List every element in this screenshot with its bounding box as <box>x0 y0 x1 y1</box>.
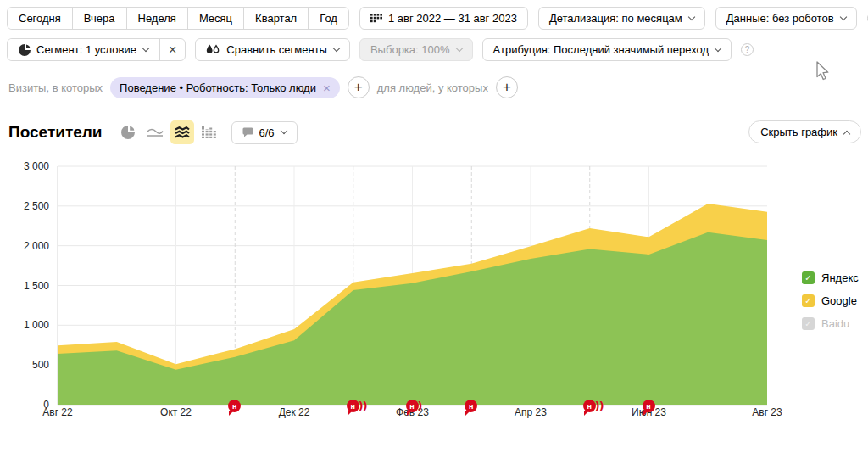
add-visit-condition-button[interactable]: + <box>348 76 370 98</box>
tab-year[interactable]: Год <box>308 8 348 29</box>
svg-text:3 000: 3 000 <box>24 160 49 172</box>
checkbox-checked-icon[interactable]: ✓ <box>802 294 815 307</box>
legend-item-yandex[interactable]: ✓ Яндекс <box>802 266 859 289</box>
svg-text:2 000: 2 000 <box>24 240 49 252</box>
hide-chart-button[interactable]: Скрыть график <box>748 120 861 143</box>
tab-today[interactable]: Сегодня <box>8 8 72 29</box>
comments-count: 6/6 <box>259 126 275 139</box>
legend-label: Google <box>821 294 857 307</box>
comment-stack-arc-icon: ) <box>599 400 604 412</box>
pie-segment-icon <box>19 44 31 56</box>
chevron-down-icon <box>142 44 149 51</box>
compare-segments-button[interactable]: Сравнить сегменты <box>195 38 350 61</box>
segment-clear-button[interactable]: × <box>159 39 185 60</box>
comment-marker[interactable]: н <box>643 400 655 412</box>
checkbox-checked-icon[interactable]: ✓ <box>802 317 815 330</box>
visitors-stacked-area-chart[interactable]: 05001 0001 5002 0002 5003 000Авг 22Окт 2… <box>0 160 797 424</box>
tab-yesterday[interactable]: Вчера <box>72 8 126 29</box>
segment-toolbar: Сегмент: 1 условие × Сравнить сегменты В… <box>7 38 754 61</box>
chevron-down-icon <box>688 13 695 20</box>
chart-type-line-icon[interactable] <box>143 120 167 144</box>
comment-bubble-icon[interactable]: н <box>465 400 477 412</box>
filter-tag-label: Поведение • Роботность: Только люди <box>120 81 316 94</box>
comment-stack-arc-icon: ) <box>363 400 368 412</box>
chevron-down-icon <box>280 127 287 134</box>
segment-group: Сегмент: 1 условие × <box>7 38 186 61</box>
mouse-cursor <box>814 61 831 81</box>
chart-type-area-icon[interactable] <box>170 120 194 144</box>
svg-text:Авг 22: Авг 22 <box>42 406 73 418</box>
svg-text:2 500: 2 500 <box>24 200 49 212</box>
comment-bubble-icon <box>242 127 253 137</box>
comment-bubble-icon[interactable]: н <box>643 400 655 412</box>
svg-text:Авг 23: Авг 23 <box>752 406 782 418</box>
period-toolbar: Сегодня Вчера Неделя Месяц Квартал Год 1… <box>7 7 868 30</box>
tab-quarter[interactable]: Квартал <box>243 8 308 29</box>
remove-filter-icon[interactable]: × <box>323 81 331 94</box>
comment-bubble-icon[interactable]: н <box>583 400 596 412</box>
tab-month[interactable]: Месяц <box>187 8 243 29</box>
droplets-icon <box>206 44 220 55</box>
compare-label: Сравнить сегменты <box>226 43 327 56</box>
comment-marker[interactable]: н) <box>406 400 423 412</box>
svg-text:Окт 22: Окт 22 <box>160 406 192 418</box>
svg-text:1 500: 1 500 <box>24 280 49 292</box>
tab-week[interactable]: Неделя <box>126 8 187 29</box>
svg-text:Дек 22: Дек 22 <box>279 406 310 418</box>
attribution-label: Атрибуция: Последний значимый переход <box>493 43 709 56</box>
svg-text:1 000: 1 000 <box>24 319 49 331</box>
legend-item-google[interactable]: ✓ Google <box>802 289 859 312</box>
calendar-grid-icon <box>370 14 382 23</box>
chevron-down-icon <box>839 13 846 20</box>
date-range-label: 1 авг 2022 — 31 авг 2023 <box>388 12 517 25</box>
checkbox-checked-icon[interactable]: ✓ <box>802 271 815 284</box>
chevron-down-icon <box>333 44 340 51</box>
data-mode-label: Данные: без роботов <box>726 12 834 25</box>
segment-label: Сегмент: 1 условие <box>36 43 136 56</box>
help-icon[interactable]: ? <box>741 43 754 56</box>
chevron-up-icon <box>843 130 850 137</box>
data-mode-select[interactable]: Данные: без роботов <box>715 7 857 30</box>
people-condition-label: для людей, у которых <box>377 81 488 94</box>
chart-type-columns-icon[interactable] <box>198 120 221 144</box>
legend-label: Яндекс <box>821 271 859 284</box>
svg-text:Апр 23: Апр 23 <box>515 406 547 418</box>
metrica-page: Сегодня Вчера Неделя Месяц Квартал Год 1… <box>0 0 868 459</box>
comment-bubble-icon[interactable]: н <box>406 400 419 412</box>
comment-marker[interactable]: н <box>465 400 477 412</box>
comment-marker[interactable]: н <box>228 400 241 412</box>
comment-marker[interactable]: н)) <box>347 400 368 412</box>
hide-chart-label: Скрыть график <box>760 126 837 138</box>
legend-label: Baidu <box>821 317 849 330</box>
sampling-label: Выборка: 100% <box>370 43 450 56</box>
comments-dropdown[interactable]: 6/6 <box>231 121 298 144</box>
filter-bar: Визиты, в которых Поведение • Роботность… <box>8 76 518 98</box>
detail-label: Детализация: по месяцам <box>549 12 682 25</box>
detail-select[interactable]: Детализация: по месяцам <box>538 7 705 30</box>
segment-select[interactable]: Сегмент: 1 условие <box>8 39 159 60</box>
legend-item-baidu[interactable]: ✓ Baidu <box>802 312 859 335</box>
attribution-select[interactable]: Атрибуция: Последний значимый переход <box>482 38 732 61</box>
comment-bubble-icon[interactable]: н <box>347 400 359 412</box>
visits-condition-label: Визиты, в которых <box>8 81 103 94</box>
chart-type-pie-icon[interactable] <box>116 120 140 144</box>
page-title: Посетители <box>8 123 103 142</box>
visitors-section-header: Посетители <box>8 120 861 145</box>
comment-bubble-icon[interactable]: н <box>228 400 241 412</box>
chevron-down-icon <box>715 44 721 51</box>
period-tabs: Сегодня Вчера Неделя Месяц Квартал Год <box>7 7 349 30</box>
chart-legend: ✓ Яндекс ✓ Google ✓ Baidu <box>802 266 859 335</box>
chevron-down-icon <box>455 44 462 51</box>
sampling-select[interactable]: Выборка: 100% <box>359 38 473 61</box>
svg-text:500: 500 <box>32 359 49 371</box>
add-people-condition-button[interactable]: + <box>496 76 518 98</box>
filter-tag-robots[interactable]: Поведение • Роботность: Только люди × <box>110 77 340 98</box>
comment-marker[interactable]: н)) <box>583 400 604 412</box>
date-range-button[interactable]: 1 авг 2022 — 31 авг 2023 <box>359 7 528 30</box>
